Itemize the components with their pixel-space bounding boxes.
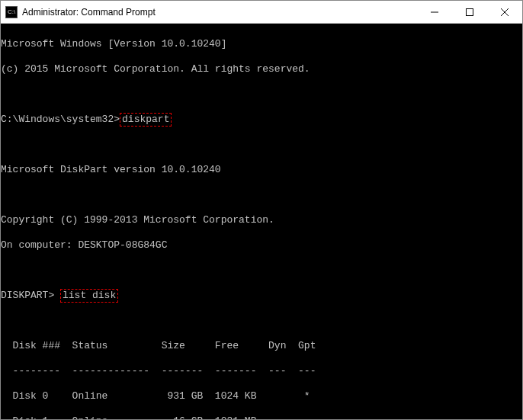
command-prompt-window: C:\ Administrator: Command Prompt Micros…: [0, 0, 523, 420]
command-text: diskpart: [122, 114, 169, 125]
output-line: Microsoft DiskPart version 10.0.10240: [1, 164, 522, 177]
minimize-button[interactable]: [417, 1, 452, 23]
table-header: Disk ### Status Size Free Dyn Gpt: [1, 340, 522, 353]
output-line: Microsoft Windows [Version 10.0.10240]: [1, 38, 522, 51]
command-highlight: list disk: [60, 289, 118, 303]
blank-line: [1, 189, 522, 202]
window-title: Administrator: Command Prompt: [22, 7, 417, 18]
close-icon: [501, 8, 509, 16]
app-icon: C:\: [5, 6, 18, 18]
close-button[interactable]: [487, 1, 522, 23]
table-separator: -------- ------------- ------- ------- -…: [1, 365, 522, 378]
table-row: Disk 1 Online 16 GB 1031 MB: [1, 415, 522, 420]
table-row: Disk 0 Online 931 GB 1024 KB *: [1, 390, 522, 403]
titlebar[interactable]: C:\ Administrator: Command Prompt: [1, 1, 522, 24]
command-highlight: diskpart: [120, 113, 172, 127]
window-controls: [417, 1, 522, 23]
blank-line: [1, 265, 522, 277]
output-line: On computer: DESKTOP-08G84GC: [1, 239, 522, 252]
minimize-icon: [431, 8, 438, 16]
blank-line: [1, 139, 522, 152]
app-icon-label: C:\: [8, 8, 15, 15]
output-line: Copyright (C) 1999-2013 Microsoft Corpor…: [1, 214, 522, 227]
output-line: (c) 2015 Microsoft Corporation. All righ…: [1, 63, 522, 76]
blank-line: [1, 88, 522, 101]
svg-rect-1: [467, 8, 473, 15]
prompt-line: C:\Windows\system32>diskpart: [1, 114, 522, 127]
blank-line: [1, 315, 522, 328]
command-text: list disk: [63, 290, 116, 301]
maximize-icon: [466, 8, 473, 16]
console-area[interactable]: Microsoft Windows [Version 10.0.10240] (…: [1, 24, 522, 419]
prompt: C:\Windows\system32>: [1, 114, 120, 125]
prompt: DISKPART>: [1, 290, 60, 301]
prompt-line: DISKPART> list disk: [1, 290, 522, 303]
maximize-button[interactable]: [452, 1, 487, 23]
